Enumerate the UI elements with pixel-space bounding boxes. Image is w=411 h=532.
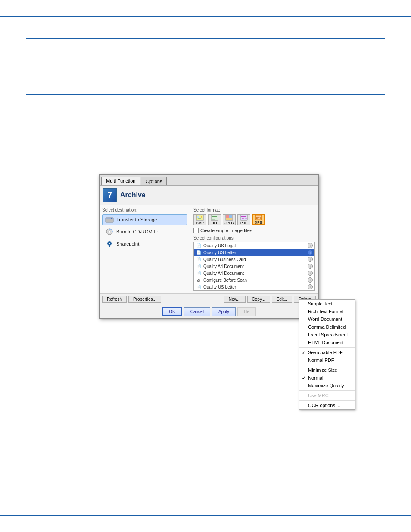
- menu-comma-delim[interactable]: Comma Delimited: [299, 323, 355, 331]
- format-xps[interactable]: XPS XPS: [252, 214, 265, 225]
- menu-normal-pdf[interactable]: Normal PDF: [299, 356, 355, 364]
- new-button[interactable]: New...: [224, 296, 246, 303]
- menu-excel[interactable]: Excel Spreadsheet: [299, 331, 355, 339]
- svg-rect-15: [212, 219, 215, 220]
- doc-icon-5: 🖨: [196, 277, 202, 283]
- svg-rect-21: [241, 216, 246, 217]
- menu-normal[interactable]: ✓ Normal: [299, 374, 355, 382]
- create-single-label: Create single image files: [200, 228, 252, 233]
- menu-maximize-quality[interactable]: Maximize Quality: [299, 382, 355, 389]
- edit-button[interactable]: Edit...: [272, 296, 293, 303]
- create-single-checkbox[interactable]: [193, 228, 199, 233]
- info-btn-2[interactable]: i: [308, 257, 313, 262]
- context-menu: Simple Text Rich Text Format Word Docume…: [299, 299, 355, 410]
- svg-rect-19: [226, 218, 232, 220]
- svg-point-4: [109, 231, 111, 233]
- menu-searchable-pdf[interactable]: ✓ Searchable PDF: [299, 348, 355, 356]
- dest-cd-label: Burn to CD-ROM E:: [116, 229, 158, 234]
- dest-sharepoint-label: Sharepoint: [116, 241, 139, 246]
- doc-icon-3: 📄: [196, 264, 202, 269]
- inner-rule-mid: [26, 94, 385, 95]
- dialog-body: Select destination: Transfer to Storage: [100, 205, 318, 293]
- menu-html-doc[interactable]: HTML Document: [299, 339, 355, 346]
- dialog-title: Archive: [120, 191, 146, 199]
- svg-point-6: [109, 243, 110, 244]
- info-btn-6[interactable]: i: [308, 284, 313, 289]
- dest-sharepoint[interactable]: Sharepoint: [102, 238, 187, 249]
- menu-simple-text[interactable]: Simple Text: [299, 300, 355, 308]
- format-tiff[interactable]: TIFF: [208, 214, 221, 225]
- copy-button[interactable]: Copy...: [247, 296, 270, 303]
- config-item-5[interactable]: 🖨 Configure Before Scan i: [194, 277, 314, 283]
- doc-icon-6: 📄: [196, 284, 202, 289]
- menu-sep-1: [299, 347, 355, 348]
- config-item-0[interactable]: 📄 Quality US Legal i: [194, 242, 314, 249]
- cancel-button[interactable]: Cancel: [184, 307, 210, 316]
- format-bmp[interactable]: BMP: [193, 214, 206, 225]
- menu-sep-2: [299, 365, 355, 365]
- format-pdf[interactable]: PDF PDF: [237, 214, 250, 225]
- doc-icon-0: 📄: [196, 243, 202, 248]
- dest-transfer-to-storage[interactable]: Transfer to Storage: [102, 214, 187, 225]
- svg-rect-2: [111, 218, 112, 219]
- format-icons-row: BMP TIFF: [193, 214, 315, 225]
- storage-icon: [105, 216, 114, 223]
- archive-dialog: Multi Function Options 7 Archive Select …: [99, 174, 319, 319]
- cd-icon: [105, 228, 114, 235]
- menu-sep-3: [299, 390, 355, 391]
- dialog-tab-bar: Multi Function Options: [100, 175, 318, 186]
- format-jpeg[interactable]: JPEG: [223, 214, 236, 225]
- dest-label: Select destination:: [102, 208, 187, 212]
- left-panel: Select destination: Transfer to Storage: [100, 205, 190, 293]
- inner-rule-top: [26, 38, 385, 39]
- top-rule: [0, 16, 411, 17]
- tab-multi-function[interactable]: Multi Function: [101, 177, 140, 185]
- tiff-label: TIFF: [211, 221, 218, 225]
- pdf-label: PDF: [240, 221, 247, 225]
- menu-rich-text[interactable]: Rich Text Format: [299, 308, 355, 315]
- ok-button[interactable]: OK: [162, 307, 182, 316]
- config-item-1[interactable]: 📄 Quality US Letter i: [194, 249, 314, 256]
- menu-ocr-options[interactable]: OCR options ...: [299, 401, 355, 409]
- menu-minimize-size[interactable]: Minimize Size: [299, 366, 355, 374]
- action-buttons-row: Refresh Properties... New... Copy... Edi…: [100, 293, 318, 305]
- svg-text:XPS: XPS: [256, 217, 262, 219]
- info-btn-4[interactable]: i: [308, 271, 313, 276]
- jpeg-label: JPEG: [224, 221, 234, 225]
- config-item-6[interactable]: 📄 Quality US Letter i: [194, 283, 314, 290]
- help-button: He: [237, 307, 256, 316]
- doc-icon-2: 📄: [196, 257, 202, 262]
- ok-cancel-row: OK Cancel Apply He: [100, 305, 318, 318]
- doc-icon-4: 📄: [196, 271, 202, 276]
- right-panel: Select format: BMP: [190, 205, 318, 293]
- archive-icon: 7: [103, 188, 117, 202]
- tab-options[interactable]: Options: [141, 177, 167, 185]
- menu-word-doc[interactable]: Word Document: [299, 315, 355, 323]
- refresh-button[interactable]: Refresh: [102, 296, 127, 303]
- info-btn-1[interactable]: i: [308, 250, 313, 255]
- bottom-rule: [0, 515, 411, 516]
- properties-button[interactable]: Properties...: [128, 296, 161, 303]
- svg-rect-17: [226, 215, 229, 218]
- svg-rect-18: [229, 215, 232, 218]
- config-list: 📄 Quality US Legal i 📄 Quality US Letter…: [193, 242, 315, 291]
- apply-button[interactable]: Apply: [212, 307, 236, 316]
- xps-label: XPS: [255, 221, 262, 224]
- info-btn-3[interactable]: i: [308, 264, 313, 269]
- svg-rect-13: [212, 216, 217, 217]
- svg-point-11: [201, 216, 202, 218]
- doc-icon-1: 📄: [196, 250, 202, 255]
- bmp-label: BMP: [196, 221, 204, 225]
- svg-rect-14: [212, 218, 216, 218]
- dest-burn-cd[interactable]: Burn to CD-ROM E:: [102, 226, 187, 237]
- config-item-2[interactable]: 📄 Quality Business Card i: [194, 256, 314, 263]
- info-btn-0[interactable]: i: [308, 243, 313, 248]
- config-item-3[interactable]: 📄 Quality A4 Document i: [194, 263, 314, 270]
- create-single-row: Create single image files: [193, 228, 315, 233]
- info-btn-5[interactable]: i: [308, 277, 313, 283]
- svg-rect-9: [197, 216, 199, 218]
- config-item-4[interactable]: 📄 Quality A4 Document i: [194, 270, 314, 277]
- menu-use-mrc: Use MRC: [299, 392, 355, 399]
- dest-transfer-label: Transfer to Storage: [116, 217, 157, 222]
- dialog-header: 7 Archive: [100, 186, 318, 205]
